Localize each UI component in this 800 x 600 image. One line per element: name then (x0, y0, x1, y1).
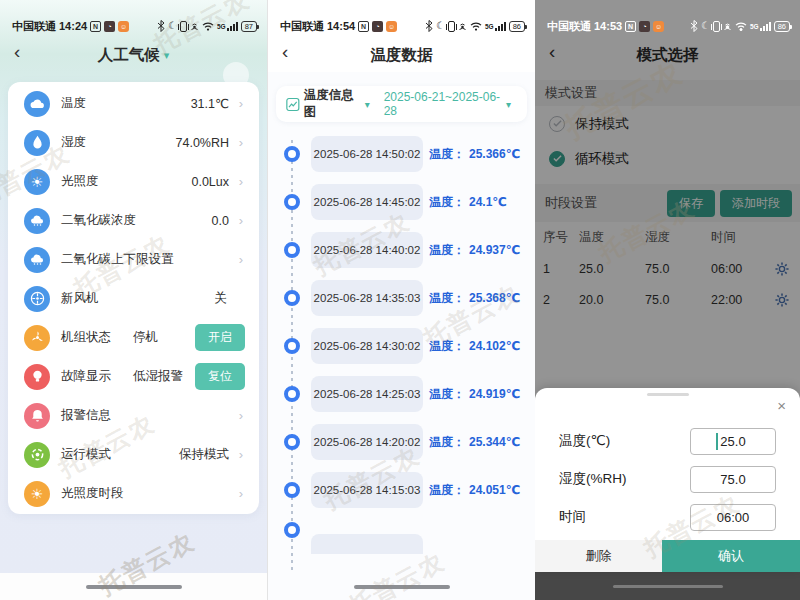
humidity-input[interactable] (690, 466, 776, 493)
date-range-select[interactable]: 2025-06-21~2025-06-28 (384, 90, 502, 118)
timeline-dot-icon (284, 522, 300, 538)
row-run-mode[interactable]: 运行模式 保持模式 › (8, 435, 259, 474)
chevron-right-icon: › (237, 252, 245, 267)
network-type-label: 5G (217, 23, 226, 30)
row-co2-limits[interactable]: 二氧化碳上下限设置 › (8, 240, 259, 279)
chevron-down-icon[interactable]: ▾ (365, 99, 370, 110)
entry-timestamp: 2025-06-28 14:15:03 (314, 484, 421, 496)
entry-timestamp: 2025-06-28 14:35:03 (314, 292, 421, 304)
bluetooth-icon (425, 20, 433, 32)
statusbar-right: 中国联通 14:53 N ◔ ☺ ☾ 5G 86 (535, 0, 800, 38)
delete-button[interactable]: 删除 (535, 540, 662, 572)
statusbar-left: 中国联通 14:24 N ◔ ☺ ☾ 5G 87 (0, 0, 267, 38)
do-not-disturb-moon-icon: ☾ (168, 21, 177, 31)
row-light-period[interactable]: ☀ 光照度时段 › (8, 474, 259, 513)
row-label: 报警信息 (61, 407, 111, 424)
row-value: 74.0%RH (176, 136, 230, 150)
temp-value: 25.368℃ (469, 291, 520, 305)
network-type-label: 5G (485, 23, 494, 30)
temp-value: 25.344℃ (469, 435, 520, 449)
temp-value: 25.366℃ (469, 147, 520, 161)
field-label: 时间 (559, 508, 586, 526)
alarm-badge-icon: ◔ (104, 21, 115, 32)
temp-label: 温度： (429, 194, 465, 211)
chart-type-select[interactable]: 温度信息图 (304, 87, 361, 121)
temp-label: 温度： (429, 290, 465, 307)
back-icon[interactable]: ‹ (14, 42, 20, 61)
back-icon[interactable]: ‹ (282, 42, 288, 61)
run-mode-icon (24, 442, 50, 468)
row-co2[interactable]: 二氧化碳浓度 0.0 › (8, 201, 259, 240)
time-input[interactable] (690, 504, 776, 531)
row-fresh-air-fan[interactable]: 新风机 关 (8, 279, 259, 318)
page-title: 温度数据 (371, 45, 433, 66)
mode-select-screen: ‹ 模式选择 模式设置 保持模式 循环模式 时段设置 保存 添加时段 (535, 0, 800, 600)
vibrate-icon (448, 21, 455, 32)
row-light[interactable]: ☀ 光照度 0.0Lux › (8, 162, 259, 201)
turn-on-button[interactable]: 开启 (195, 324, 245, 351)
cloud-temperature-icon (24, 91, 50, 117)
field-label: 湿度(%RH) (559, 470, 627, 488)
temp-value: 24.1℃ (469, 195, 507, 209)
chevron-right-icon: › (237, 486, 245, 501)
fault-bulb-icon (24, 364, 50, 390)
chevron-right-icon: › (237, 174, 245, 189)
nfc-icon: N (625, 21, 636, 32)
entry-timestamp: 2025-06-28 14:50:02 (314, 148, 421, 160)
row-label: 运行模式 (61, 446, 111, 463)
wifi-icon (470, 22, 482, 31)
light-period-icon: ☀ (24, 481, 50, 507)
entry-timestamp: 2025-06-28 14:20:02 (314, 436, 421, 448)
row-alarm-info[interactable]: 报警信息 › (8, 396, 259, 435)
temp-value: 24.919℃ (469, 387, 520, 401)
timeline-dot-icon (284, 386, 300, 402)
timeline-entry: 2025-06-28 14:20:02 温度：25.344℃ (268, 418, 535, 466)
timeline-entry-partial (268, 514, 535, 540)
reset-button[interactable]: 复位 (195, 363, 245, 390)
text-cursor (716, 433, 718, 450)
signal-bars-icon (760, 21, 771, 31)
app-badge-icon: ☺ (118, 21, 129, 32)
row-temperature[interactable]: 温度 31.1℃ › (8, 84, 259, 123)
timeline-dot-icon (284, 338, 300, 354)
chevron-down-icon[interactable]: ▾ (164, 49, 170, 62)
hotspot-icon (723, 21, 732, 31)
vibrate-icon (713, 21, 720, 32)
home-indicator[interactable] (354, 585, 450, 589)
wifi-icon (202, 22, 214, 31)
entry-timestamp: 2025-06-28 14:40:02 (314, 244, 421, 256)
entry-timestamp: 2025-06-28 14:30:02 (314, 340, 421, 352)
alarm-badge-icon: ◔ (372, 21, 383, 32)
temperature-timeline[interactable]: 2025-06-28 14:50:02 温度：25.366℃ 2025-06-2… (268, 130, 535, 570)
field-temperature: 温度(℃) (535, 422, 800, 460)
temp-label: 温度： (429, 482, 465, 499)
carrier-label: 中国联通 (280, 19, 324, 34)
home-indicator-area (268, 573, 535, 600)
row-fault-display: 故障显示 低湿报警 复位 (8, 357, 259, 396)
timeline-entry: 2025-06-28 14:30:02 温度：24.102℃ (268, 322, 535, 370)
temp-label: 温度： (429, 434, 465, 451)
row-humidity[interactable]: 湿度 74.0%RH › (8, 123, 259, 162)
drag-handle[interactable] (647, 393, 689, 396)
chevron-right-icon: › (237, 135, 245, 150)
confirm-button[interactable]: 确认 (662, 540, 800, 572)
chevron-right-icon: › (237, 447, 245, 462)
chevron-down-icon[interactable]: ▾ (506, 99, 511, 110)
timeline-entry: 2025-06-28 14:25:03 温度：24.919℃ (268, 370, 535, 418)
temperature-input[interactable] (690, 428, 776, 455)
row-value: 0.0Lux (191, 175, 229, 189)
row-value: 31.1℃ (191, 96, 229, 111)
filter-bar: 温度信息图 ▾ 2025-06-21~2025-06-28 ▾ (276, 86, 527, 122)
timeline-dot-icon (284, 434, 300, 450)
close-icon[interactable]: × (777, 398, 786, 413)
row-label: 光照度 (61, 173, 99, 190)
chevron-right-icon: › (237, 408, 245, 423)
timeline-entry: 2025-06-28 14:35:03 温度：25.368℃ (268, 274, 535, 322)
hotspot-icon (190, 21, 199, 31)
timeline-dot-icon (284, 242, 300, 258)
temp-value: 24.051℃ (469, 483, 520, 497)
clock-label: 14:54 (327, 20, 355, 32)
timeline-dot-icon (284, 290, 300, 306)
do-not-disturb-moon-icon: ☾ (436, 21, 445, 31)
home-indicator[interactable] (86, 585, 182, 589)
